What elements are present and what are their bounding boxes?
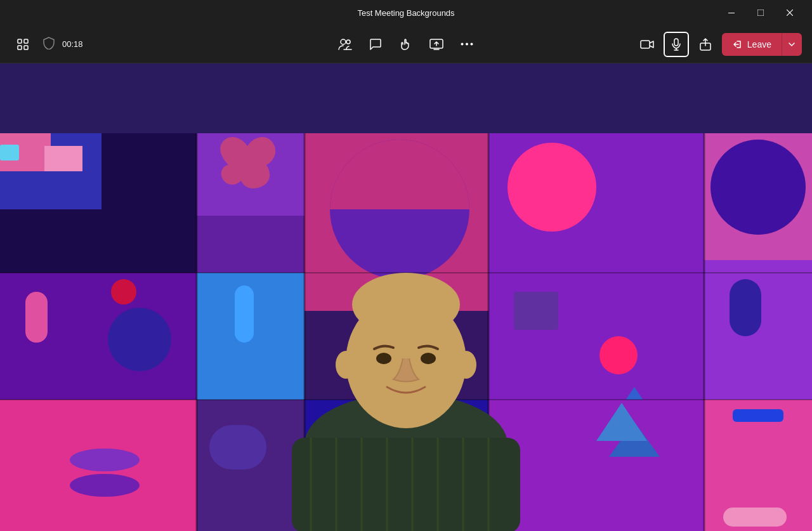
window-title: Test Meeting Backgrounds (357, 8, 454, 18)
svg-point-36 (111, 279, 136, 305)
video-button[interactable] (634, 32, 660, 57)
meeting-timer: 00:18 (62, 39, 83, 49)
video-background (0, 63, 812, 531)
svg-rect-54 (488, 400, 704, 531)
svg-point-49 (70, 449, 140, 471)
svg-rect-5 (24, 39, 28, 43)
svg-rect-6 (18, 46, 22, 49)
svg-point-8 (341, 39, 346, 44)
mic-button[interactable] (664, 32, 689, 57)
svg-rect-1 (757, 10, 764, 16)
participants-button[interactable] (332, 32, 358, 57)
svg-rect-34 (25, 292, 48, 343)
svg-rect-42 (514, 292, 558, 330)
svg-rect-38 (235, 285, 254, 343)
shield-icon (43, 37, 55, 51)
grid-view-button[interactable] (10, 32, 36, 57)
svg-point-13 (470, 43, 473, 46)
toolbar-center (275, 32, 537, 57)
leave-dropdown-button[interactable] (782, 33, 802, 56)
svg-rect-4 (18, 39, 22, 43)
toolbar-left: 00:18 (10, 32, 272, 57)
svg-point-29 (508, 143, 596, 232)
svg-rect-58 (733, 409, 783, 422)
svg-rect-57 (723, 508, 787, 527)
toolbar: 00:18 (0, 25, 812, 63)
share-screen-button[interactable] (424, 32, 449, 57)
close-button[interactable] (775, 0, 804, 25)
maximize-button[interactable] (746, 0, 775, 25)
svg-point-32 (710, 140, 806, 235)
video-area (0, 63, 812, 531)
svg-point-9 (346, 40, 350, 44)
svg-point-12 (466, 43, 468, 46)
svg-rect-46 (730, 279, 761, 336)
svg-point-69 (352, 273, 460, 336)
title-bar: Test Meeting Backgrounds (0, 0, 812, 25)
svg-point-81 (336, 351, 356, 379)
svg-rect-14 (641, 41, 650, 48)
minimize-button[interactable] (717, 0, 746, 25)
leave-button-group: Leave (722, 33, 802, 56)
svg-point-43 (599, 336, 638, 374)
svg-point-79 (376, 353, 391, 364)
svg-rect-23 (44, 146, 82, 171)
chat-button[interactable] (363, 32, 388, 57)
leave-button[interactable]: Leave (722, 33, 782, 56)
toolbar-right: Leave (540, 32, 802, 57)
svg-rect-52 (209, 425, 266, 469)
window-controls (717, 0, 804, 25)
svg-rect-83 (0, 145, 19, 161)
svg-rect-15 (674, 39, 678, 46)
svg-point-11 (461, 43, 463, 46)
leave-label: Leave (747, 39, 771, 49)
reactions-button[interactable] (393, 32, 419, 57)
svg-rect-0 (728, 13, 735, 13)
svg-rect-70 (292, 438, 520, 531)
svg-point-35 (108, 308, 171, 371)
share-button[interactable] (693, 32, 718, 57)
svg-point-82 (456, 351, 476, 379)
svg-point-80 (421, 353, 436, 364)
svg-point-50 (70, 474, 140, 497)
svg-rect-7 (24, 46, 28, 49)
more-button[interactable] (454, 32, 480, 57)
